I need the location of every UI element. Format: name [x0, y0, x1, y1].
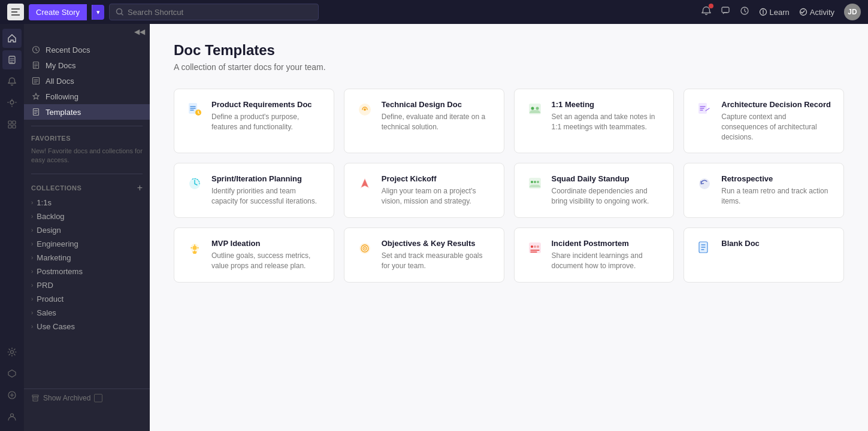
- template-card-technical-design-doc[interactable]: Technical Design Doc Define, evaluate an…: [344, 89, 504, 153]
- sidebar-item-recent-docs[interactable]: Recent Docs: [24, 42, 150, 57]
- sidebar-icon-docs[interactable]: [2, 50, 22, 69]
- template-title-postmortem: Incident Postmortem: [552, 239, 663, 248]
- collection-item-1-1s[interactable]: › 1:1s: [24, 196, 150, 210]
- chat-icon[interactable]: [721, 6, 730, 18]
- all-docs-icon: [31, 76, 41, 86]
- chevron-icon: ›: [31, 296, 33, 302]
- sidebar-icon-plus[interactable]: [2, 386, 22, 405]
- template-title-blank: Blank Doc: [721, 239, 760, 248]
- template-icon-sprint: [185, 174, 204, 193]
- clock-icon[interactable]: [740, 6, 749, 18]
- favorites-section-label: Favorites: [24, 130, 150, 144]
- collection-label: Use Cases: [37, 322, 75, 331]
- following-label: Following: [46, 92, 78, 101]
- svg-rect-10: [13, 125, 16, 128]
- following-icon: [31, 92, 41, 101]
- favorites-label-text: Favorites: [31, 135, 71, 142]
- svg-point-6: [10, 101, 14, 104]
- chevron-icon: ›: [31, 199, 33, 206]
- collection-label: Marketing: [37, 253, 71, 262]
- show-archived-label: Show Archived: [43, 394, 90, 402]
- main-layout: ◀◀ Recent Docs My Do: [0, 24, 868, 431]
- template-card-blank-doc[interactable]: Blank Doc: [683, 227, 844, 283]
- collection-item-design[interactable]: › Design: [24, 223, 150, 237]
- svg-point-37: [193, 245, 197, 250]
- collection-item-engineering[interactable]: › Engineering: [24, 237, 150, 251]
- sidebar-icon-bell[interactable]: [2, 72, 22, 91]
- sidebar-item-my-docs[interactable]: My Docs: [24, 57, 150, 73]
- sidebar-icon-plugin[interactable]: [2, 364, 22, 383]
- template-card-architecture-decision-record[interactable]: Architecture Decision Record Capture con…: [683, 89, 844, 153]
- template-card-okr[interactable]: Objectives & Key Results Set and track m…: [344, 227, 504, 283]
- learn-link[interactable]: Learn: [759, 8, 790, 17]
- template-icon-kickoff: [355, 174, 374, 193]
- chevron-icon: ›: [31, 227, 33, 233]
- left-sidebar: ◀◀ Recent Docs My Do: [24, 24, 150, 431]
- collection-item-product[interactable]: › Product: [24, 292, 150, 306]
- collections-section-label: Collections +: [24, 178, 150, 196]
- svg-rect-7: [8, 121, 11, 124]
- show-archived-checkbox[interactable]: [94, 394, 102, 402]
- chevron-icon: ›: [31, 241, 33, 247]
- template-desc-mvp: Outline goals, success metrics, value pr…: [211, 251, 323, 271]
- topbar-icons: Learn Activity JD: [701, 4, 861, 20]
- sidebar-item-all-docs[interactable]: All Docs: [24, 73, 150, 89]
- template-card-sprint-planning[interactable]: Sprint/Iteration Planning Identify prior…: [174, 163, 334, 218]
- template-card-project-kickoff[interactable]: Project Kickoff Align your team on a pro…: [344, 163, 504, 218]
- template-card-1-1-meeting[interactable]: 1:1 Meeting Set an agenda and take notes…: [514, 89, 675, 153]
- activity-link[interactable]: Activity: [799, 8, 834, 17]
- sidebar-icon-home[interactable]: [2, 29, 22, 48]
- template-card-squad-standup[interactable]: Squad Daily Standup Coordinate dependenc…: [514, 163, 675, 218]
- template-icon-retro: [695, 174, 714, 193]
- svg-point-32: [531, 181, 533, 183]
- search-placeholder: Search Shortcut: [128, 8, 183, 17]
- svg-point-33: [534, 181, 536, 183]
- topbar: Create Story ▾ Search Shortcut: [0, 0, 868, 24]
- template-card-retrospective[interactable]: Retrospective Run a team retro and track…: [683, 163, 844, 218]
- sidebar-item-templates[interactable]: Templates: [24, 104, 150, 120]
- app-logo[interactable]: [7, 4, 24, 20]
- chevron-icon: ›: [31, 213, 33, 220]
- svg-point-25: [364, 108, 366, 111]
- sidebar-toggle: ◀◀: [24, 24, 150, 40]
- search-bar[interactable]: Search Shortcut: [109, 4, 319, 20]
- template-icon-tdd: [355, 100, 374, 119]
- collection-item-marketing[interactable]: › Marketing: [24, 251, 150, 265]
- sidebar-item-following[interactable]: Following: [24, 89, 150, 104]
- notifications-bell-icon[interactable]: [701, 6, 711, 18]
- collection-item-postmortems[interactable]: › Postmortems: [24, 265, 150, 278]
- template-desc-sprint: Identify priorities and team capacity fo…: [211, 186, 323, 207]
- template-card-product-requirements-doc[interactable]: Product Requirements Doc Define a produc…: [174, 89, 334, 153]
- collapse-sidebar-button[interactable]: ◀◀: [134, 28, 145, 36]
- sidebar-icon-location[interactable]: [2, 93, 22, 113]
- collection-item-prd[interactable]: › PRD: [24, 278, 150, 292]
- sidebar-icon-settings[interactable]: [2, 342, 22, 362]
- svg-point-43: [531, 245, 533, 248]
- template-icon-standup: [525, 174, 545, 193]
- collection-item-sales[interactable]: › Sales: [24, 306, 150, 320]
- add-collection-button[interactable]: +: [137, 183, 143, 193]
- templates-label: Templates: [46, 108, 81, 117]
- collection-item-backlog[interactable]: › Backlog: [24, 210, 150, 223]
- collection-item-use-cases[interactable]: › Use Cases: [24, 320, 150, 333]
- sidebar-icon-grid[interactable]: [2, 115, 22, 134]
- chevron-icon: ›: [31, 268, 33, 275]
- main-content: Doc Templates A collection of starter do…: [150, 24, 868, 431]
- template-icon-meeting: [525, 100, 545, 119]
- learn-label: Learn: [770, 8, 790, 17]
- sidebar-icon-user[interactable]: [2, 407, 22, 426]
- template-icon-okr: [355, 239, 374, 258]
- svg-marker-12: [8, 370, 16, 377]
- template-card-mvp-ideation[interactable]: MVP Ideation Outline goals, success metr…: [174, 227, 334, 283]
- template-card-incident-postmortem[interactable]: Incident Postmortem Share incident learn…: [514, 227, 675, 283]
- create-story-dropdown-button[interactable]: ▾: [92, 5, 104, 20]
- template-desc-meeting: Set an agenda and take notes in 1:1 meet…: [552, 112, 663, 132]
- template-title-prd: Product Requirements Doc: [211, 100, 323, 109]
- template-desc-adr: Capture context and consequences of arch…: [721, 112, 833, 142]
- template-icon-postmortem: [525, 239, 545, 258]
- collection-label: Product: [37, 295, 63, 303]
- user-avatar[interactable]: JD: [844, 4, 861, 20]
- create-story-button[interactable]: Create Story: [29, 4, 87, 20]
- collection-label: 1:1s: [37, 198, 52, 207]
- sidebar-divider-2: [31, 174, 143, 174]
